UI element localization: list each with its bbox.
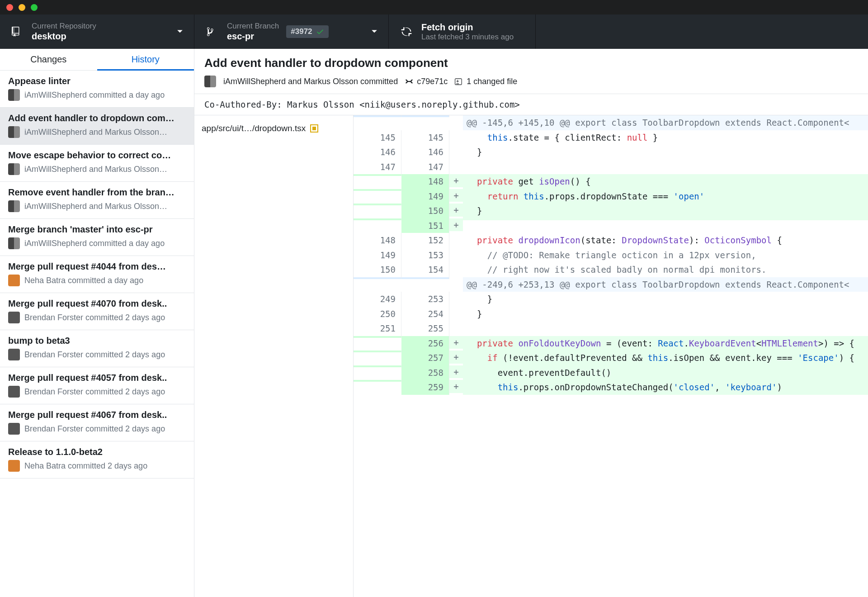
gutter-old: [354, 277, 401, 279]
gutter-new: 259: [401, 380, 449, 395]
diff-line: 250 254 }: [354, 307, 868, 322]
current-branch-button[interactable]: Current Branch esc-pr #3972: [194, 14, 389, 49]
commit-list-item[interactable]: bump to beta3 Brendan Forster committed …: [0, 330, 194, 367]
diff-code: // right now it's scaled badly on normal…: [463, 262, 868, 277]
avatar: [8, 275, 20, 286]
commit-title: bump to beta3: [8, 336, 186, 346]
gutter-new: 254: [401, 307, 449, 322]
files-summary: 1 changed file: [467, 77, 517, 86]
commit-title: Add event handler to dropdown com…: [8, 113, 186, 123]
gutter-old: 145: [354, 130, 401, 145]
window-minimize-button[interactable]: [19, 4, 25, 11]
window-titlebar: [0, 0, 868, 14]
diff-code: // @TODO: Remake triangle octicon in a 1…: [463, 248, 868, 263]
commit-list-item[interactable]: Add event handler to dropdown com… iAmWi…: [0, 108, 194, 145]
gutter-new: 253: [401, 292, 449, 307]
diff-sign: +: [449, 189, 463, 202]
diff-code: }: [463, 307, 868, 322]
tab-history[interactable]: History: [97, 49, 194, 70]
gutter-new: [401, 277, 449, 279]
file-status-modified-icon: [310, 124, 318, 133]
diff-line: 257 + if (!event.defaultPrevented && thi…: [354, 351, 868, 365]
commit-title: Release to 1.1.0-beta2: [8, 447, 186, 457]
fetch-button[interactable]: Fetch origin Last fetched 3 minutes ago: [389, 14, 536, 49]
diff-line: 148 152 private dropdownIcon(state: Drop…: [354, 233, 868, 248]
commit-list-item[interactable]: Remove event handler from the bran… iAmW…: [0, 182, 194, 219]
commit-byline: iAmWillShepherd and Markus Olsson…: [8, 200, 186, 212]
commit-list-item[interactable]: Merge branch 'master' into esc-pr iAmWil…: [0, 219, 194, 256]
gutter-old: [354, 174, 401, 176]
git-branch-icon: [205, 25, 219, 38]
gutter-new: 257: [401, 351, 449, 365]
diff-icon: [455, 77, 463, 85]
pr-badge[interactable]: #3972: [286, 25, 328, 38]
file-list[interactable]: app/src/ui/t…/dropdown.tsx: [194, 115, 354, 597]
sync-icon: [400, 25, 413, 38]
gutter-new: 153: [401, 248, 449, 263]
gutter-old: [354, 218, 401, 220]
avatar: [8, 163, 20, 175]
diff-line: 258 + event.preventDefault(): [354, 365, 868, 380]
window-maximize-button[interactable]: [31, 4, 38, 11]
commit-list-item[interactable]: Merge pull request #4057 from desk.. Bre…: [0, 367, 194, 404]
commit-list-item[interactable]: Move escape behavior to correct co… iAmW…: [0, 145, 194, 182]
commit-list-item[interactable]: Merge pull request #4067 from desk.. Bre…: [0, 404, 194, 441]
diff-code: this.state = { clientRect: null }: [463, 130, 868, 145]
fetch-title: Fetch origin: [421, 22, 514, 33]
gutter-old: 150: [354, 262, 401, 277]
diff-line: @@ -145,6 +145,10 @@ export class Toolba…: [354, 115, 868, 130]
branch-eyebrow: Current Branch: [227, 22, 279, 31]
file-item[interactable]: app/src/ui/t…/dropdown.tsx: [194, 119, 353, 138]
avatar: [8, 423, 20, 435]
commit-list-item[interactable]: Merge pull request #4070 from desk.. Bre…: [0, 293, 194, 330]
diff-code: this.props.onDropdownStateChanged('close…: [463, 380, 868, 395]
gutter-old: [354, 189, 401, 191]
commit-title: Merge pull request #4070 from desk..: [8, 298, 186, 309]
coauthor-line: Co-Authored-By: Markus Olsson <niik@user…: [194, 94, 868, 115]
diff-sign: +: [449, 174, 463, 187]
diff-view[interactable]: @@ -145,6 +145,10 @@ export class Toolba…: [354, 115, 868, 597]
gutter-new: 147: [401, 160, 449, 175]
branch-name: esc-pr: [227, 31, 279, 42]
gutter-new: 154: [401, 262, 449, 277]
commit-title: Merge pull request #4044 from des…: [8, 261, 186, 272]
diff-sign: +: [449, 351, 463, 364]
avatar: [8, 349, 20, 360]
diff-sign: +: [449, 380, 463, 393]
sidebar: Changes History Appease linter iAmWillSh…: [0, 49, 194, 597]
diff-code: event.preventDefault(): [463, 365, 868, 380]
diff-code: }: [463, 292, 868, 307]
pr-number: #3972: [291, 27, 312, 36]
current-repository-button[interactable]: Current Repository desktop: [0, 14, 194, 49]
chevron-down-icon: [168, 29, 183, 34]
fetch-subtitle: Last fetched 3 minutes ago: [421, 33, 514, 42]
commit-list-item[interactable]: Appease linter iAmWillShepherd committed…: [0, 71, 194, 108]
tab-changes[interactable]: Changes: [0, 49, 97, 70]
commit-list-item[interactable]: Merge pull request #4044 from des… Neha …: [0, 256, 194, 293]
commit-list[interactable]: Appease linter iAmWillShepherd committed…: [0, 71, 194, 597]
window-close-button[interactable]: [6, 4, 13, 11]
commit-byline: Brendan Forster committed 2 days ago: [8, 312, 186, 323]
gutter-new: 145: [401, 130, 449, 145]
commit-sha[interactable]: c79e71c: [417, 77, 448, 86]
gutter-old: 149: [354, 248, 401, 263]
commit-list-item[interactable]: Release to 1.1.0-beta2 Neha Batra commit…: [0, 441, 194, 479]
diff-line: 256 + private onFoldoutKeyDown = (event:…: [354, 336, 868, 351]
diff-line: 259 + this.props.onDropdownStateChanged(…: [354, 380, 868, 395]
gutter-old: [354, 380, 401, 382]
diff-code: private dropdownIcon(state: DropdownStat…: [463, 233, 868, 248]
avatar: [8, 312, 20, 323]
commit-header: Add event handler to dropdown component …: [194, 49, 868, 94]
sidebar-tabs: Changes History: [0, 49, 194, 71]
avatar: [8, 200, 20, 212]
commit-byline: iAmWillShepherd committed a day ago: [8, 237, 186, 249]
commit-title: Appease linter: [8, 76, 186, 86]
avatar: [8, 460, 20, 472]
check-icon: [316, 28, 324, 36]
gutter-old: 251: [354, 321, 401, 336]
gutter-new: 151: [401, 218, 449, 233]
commit-title: Merge pull request #4067 from desk..: [8, 410, 186, 420]
toolbar: Current Repository desktop Current Branc…: [0, 14, 868, 49]
commit-title: Add event handler to dropdown component: [204, 56, 858, 70]
diff-line: 147 147: [354, 160, 868, 175]
